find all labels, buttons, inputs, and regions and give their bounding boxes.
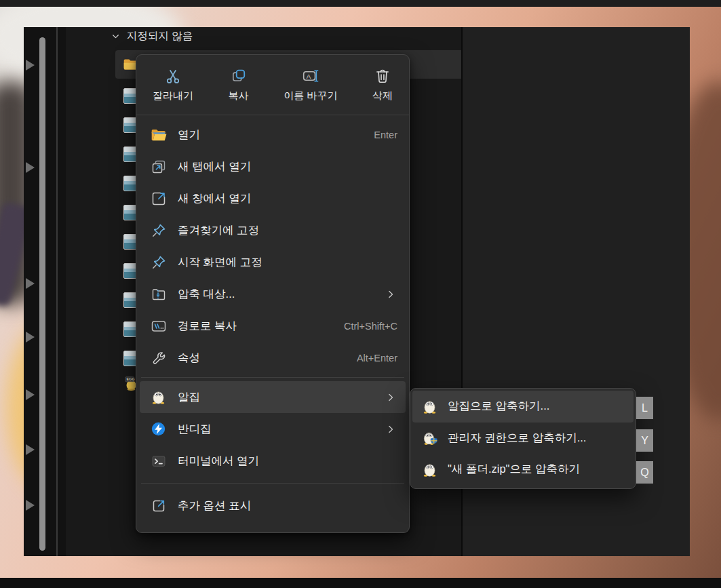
- menu-shortcut: Ctrl+Shift+C: [344, 321, 397, 332]
- delete-label: 삭제: [372, 90, 393, 102]
- pin-icon: [149, 254, 168, 271]
- group-header[interactable]: 지정되지 않음: [110, 29, 193, 43]
- menu-divider: [141, 483, 404, 484]
- photo-bottom-band: [0, 578, 721, 588]
- photo-top-band: [0, 0, 721, 7]
- menu-item-label: 알집: [178, 390, 378, 405]
- menu-item-label: 속성: [178, 351, 351, 366]
- menu-item-show-more-options[interactable]: 추가 옵션 표시: [140, 490, 406, 522]
- submenu-item-compress-with-alzip[interactable]: 알집으로 압축하기...: [412, 391, 634, 423]
- delete-button[interactable]: 삭제: [372, 67, 393, 102]
- menu-item-label: 시작 화면에 고정: [178, 255, 397, 270]
- menu-item-open-terminal[interactable]: 터미널에서 열기: [140, 445, 406, 477]
- menu-item-copy-as-path[interactable]: 경로로 복사 Ctrl+Shift+C: [140, 310, 406, 342]
- trash-icon: [374, 67, 391, 85]
- menu-item-label: 압축 대상...: [178, 287, 378, 302]
- group-header-label: 지정되지 않음: [127, 29, 193, 43]
- nav-pane-scrollbar[interactable]: [39, 37, 45, 551]
- cut-button[interactable]: 잘라내기: [153, 67, 193, 102]
- alzip-submenu: 알집으로 압축하기... 관리자 권한으로 압축하기... "새 폴더.zip"…: [410, 388, 636, 489]
- scissors-icon: [164, 67, 182, 85]
- chevron-right-icon: [384, 423, 397, 436]
- left-edge-triangle: [26, 332, 35, 342]
- svg-text:A: A: [307, 73, 311, 80]
- alzip-egg-icon: [149, 389, 168, 406]
- menu-item-open-new-tab[interactable]: 새 탭에서 열기: [140, 151, 406, 182]
- menu-item-label: 반디집: [178, 422, 378, 437]
- menu-item-label: 새 탭에서 열기: [178, 159, 397, 174]
- bandizip-icon: [149, 420, 168, 437]
- rename-icon: A: [302, 67, 319, 85]
- copy-path-icon: [149, 318, 168, 334]
- chevron-right-icon: [384, 288, 397, 301]
- pin-icon: [149, 222, 168, 239]
- pane-edge-line: [56, 27, 58, 556]
- left-edge-triangle: [26, 500, 35, 511]
- cut-label: 잘라내기: [153, 90, 193, 102]
- menu-item-alzip[interactable]: 알집: [140, 381, 406, 413]
- menu-item-pin-start[interactable]: 시작 화면에 고정: [140, 246, 406, 278]
- submenu-item-label: 관리자 권한으로 압축하기...: [448, 431, 586, 446]
- copy-icon: [230, 67, 248, 85]
- alzip-egg-admin-icon: [420, 429, 439, 446]
- show-more-options-icon: [149, 498, 168, 514]
- chevron-right-icon: [384, 391, 397, 404]
- terminal-icon: [149, 453, 168, 469]
- wrench-icon: [149, 350, 168, 366]
- left-edge-triangle: [26, 389, 35, 400]
- accelerator-badge-l: L: [636, 397, 653, 419]
- menu-item-compress-to[interactable]: 압축 대상...: [140, 278, 406, 310]
- svg-text:EGG: EGG: [127, 377, 135, 381]
- menu-item-properties[interactable]: 속성 Alt+Enter: [140, 342, 406, 374]
- open-new-tab-icon: [149, 159, 168, 175]
- copy-label: 복사: [229, 90, 249, 102]
- zip-folder-icon: [149, 286, 168, 302]
- screenshot-stage: 지정되지 않음 새 폴더 h15202 h15202 h15202 h15202…: [0, 0, 721, 588]
- rename-label: 이름 바꾸기: [284, 90, 337, 102]
- menu-item-label: 경로로 복사: [178, 319, 338, 334]
- submenu-item-label: "새 폴더.zip"으로 압축하기: [448, 462, 580, 477]
- left-edge-triangle: [26, 60, 35, 71]
- menu-item-bandizip[interactable]: 반디집: [140, 413, 406, 445]
- left-edge-triangle: [26, 162, 35, 173]
- menu-item-label: 열기: [178, 128, 368, 142]
- menu-item-open-new-window[interactable]: 새 창에서 열기: [140, 182, 406, 214]
- context-menu: 잘라내기 복사 A 이름 바꾸기 삭제 열기 Enter: [136, 54, 410, 533]
- accelerator-badge-q: Q: [636, 461, 653, 484]
- menu-item-label: 추가 옵션 표시: [178, 498, 397, 513]
- accelerator-badge-y: Y: [636, 429, 653, 452]
- copy-button[interactable]: 복사: [229, 67, 249, 102]
- submenu-item-compress-to-zip[interactable]: "새 폴더.zip"으로 압축하기: [412, 454, 634, 486]
- menu-item-label: 즐겨찾기에 고정: [178, 223, 397, 238]
- rename-button[interactable]: A 이름 바꾸기: [284, 67, 337, 102]
- menu-shortcut: Enter: [374, 130, 397, 140]
- menu-divider: [141, 377, 404, 378]
- folder-open-icon: [149, 126, 168, 144]
- nav-pane-edge: [24, 27, 66, 556]
- menu-shortcut: Alt+Enter: [357, 353, 397, 364]
- alzip-egg-icon: [420, 398, 439, 415]
- menu-item-open[interactable]: 열기 Enter: [140, 119, 406, 151]
- left-edge-triangle: [26, 444, 35, 455]
- menu-item-label: 터미널에서 열기: [178, 454, 397, 469]
- chevron-down-icon[interactable]: [110, 31, 121, 42]
- command-bar: 잘라내기 복사 A 이름 바꾸기 삭제: [136, 55, 409, 115]
- alzip-egg-icon: [420, 461, 439, 478]
- open-new-window-icon: [149, 191, 168, 207]
- menu-item-pin-favorites[interactable]: 즐겨찾기에 고정: [140, 214, 406, 246]
- menu-list: 열기 Enter 새 탭에서 열기 새 창에서 열기 즐겨찾기에 고정 시작 화…: [136, 115, 409, 522]
- submenu-item-label: 알집으로 압축하기...: [448, 399, 549, 414]
- left-edge-triangle: [26, 278, 35, 289]
- submenu-item-compress-as-admin[interactable]: 관리자 권한으로 압축하기...: [412, 423, 634, 454]
- menu-item-label: 새 창에서 열기: [178, 191, 397, 206]
